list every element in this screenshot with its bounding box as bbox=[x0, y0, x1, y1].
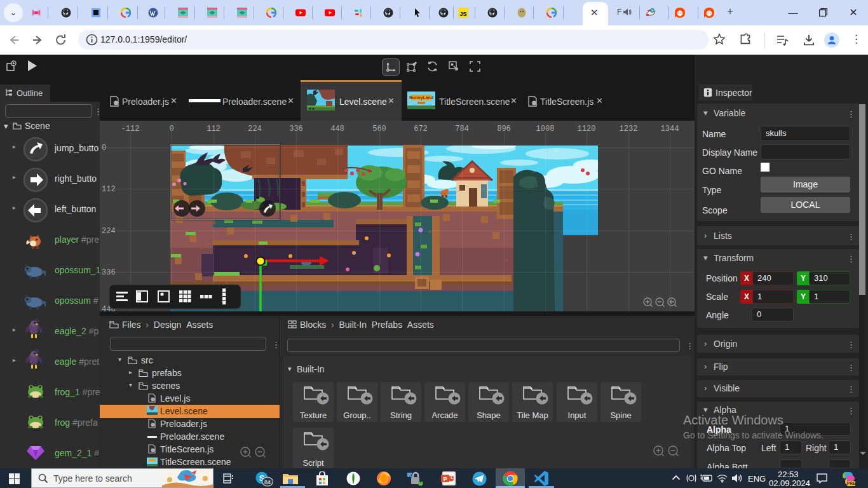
svg-text:SunnyLand: SunnyLand bbox=[409, 95, 433, 100]
svg-text:JS: JS bbox=[459, 11, 466, 17]
svg-text:PRE: PRE bbox=[847, 481, 855, 485]
svg-text:84: 84 bbox=[264, 479, 271, 485]
svg-text:P: P bbox=[443, 476, 447, 482]
